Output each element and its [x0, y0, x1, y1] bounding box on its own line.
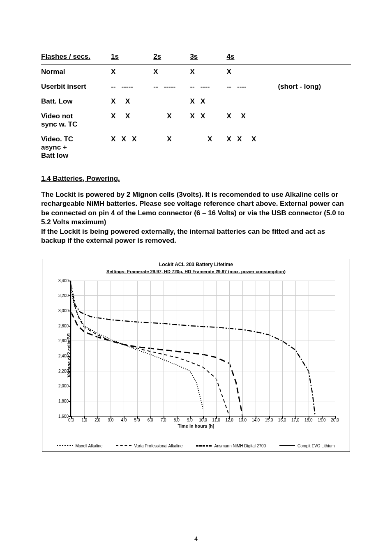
cell-4s: X X X: [227, 132, 276, 163]
cell-1s: X X: [111, 109, 153, 132]
legend-swatch-dash: [116, 445, 131, 446]
cell-1s: -- -----: [111, 79, 153, 94]
row-extra: [275, 109, 351, 132]
table-row: Video. TC async + Batt lowX X X X XX X X: [41, 132, 351, 163]
legend-label: Ansmann NiMH Digital 2700: [214, 444, 266, 448]
legend-item: Compit EVO Lithium: [279, 444, 335, 448]
row-extra: [275, 64, 351, 80]
chart-legend: Maxell Alkaline Varta Professional Alkal…: [42, 444, 350, 448]
legend-item: Varta Professional Alkaline: [116, 444, 182, 448]
cell-3s: -- ----: [190, 79, 226, 94]
cell-2s: X: [153, 109, 190, 132]
chart-subtitle: Settings: Framerate 29.97, HD 720p, HD F…: [42, 269, 350, 274]
chart-xlabel: Time in hours [h]: [42, 424, 350, 428]
legend-label: Compit EVO Lithium: [297, 444, 335, 448]
cell-4s: X: [227, 64, 276, 80]
body-paragraph: The Lockit is powered by 2 Mignon cells …: [41, 190, 351, 246]
legend-item: Maxell Alkaline: [57, 444, 102, 448]
legend-swatch-longdash: [196, 445, 212, 447]
col-header-2s: 2s: [153, 49, 190, 64]
col-header-4s: 4s: [227, 49, 276, 64]
row-extra: [275, 132, 351, 163]
col-header-1s: 1s: [111, 49, 153, 64]
chart-series-line: [71, 284, 315, 416]
chart-plot-area: 1,6001,8002,0002,2002,4002,6002,8003,000…: [70, 281, 335, 417]
table-row: Video not sync w. TCX X XX XX X: [41, 109, 351, 132]
cell-1s: X X: [111, 94, 153, 109]
chart-title: Lockit ACL 203 Battery Lifetime: [42, 259, 350, 267]
row-label: Userbit insert: [41, 79, 111, 94]
cell-1s: X X X: [111, 132, 153, 163]
cell-3s: X: [190, 132, 226, 163]
cell-1s: X: [111, 64, 153, 80]
legend-item: Ansmann NiMH Digital 2700: [196, 444, 266, 448]
cell-2s: -- -----: [153, 79, 190, 94]
cell-2s: [153, 94, 190, 109]
cell-4s: -- ----: [227, 79, 276, 94]
table-row: Userbit insert-- ------- ------- ------ …: [41, 79, 351, 94]
row-label: Batt. Low: [41, 94, 111, 109]
cell-4s: X X: [227, 109, 276, 132]
col-header-extra: [275, 49, 351, 64]
flash-pattern-table: Flashes / secs. 1s 2s 3s 4s NormalXXXXUs…: [41, 49, 351, 163]
row-extra: [275, 94, 351, 109]
row-label: Normal: [41, 64, 111, 80]
col-header-3s: 3s: [190, 49, 226, 64]
legend-label: Maxell Alkaline: [75, 444, 102, 448]
legend-swatch-dotted: [57, 445, 73, 446]
battery-lifetime-chart: Lockit ACL 203 Battery Lifetime Settings…: [42, 259, 350, 452]
page-number: 4: [0, 535, 392, 543]
cell-2s: X: [153, 64, 190, 80]
cell-3s: X X: [190, 94, 226, 109]
section-heading: 1.4 Batteries, Powering.: [41, 175, 351, 183]
page: Flashes / secs. 1s 2s 3s 4s NormalXXXXUs…: [0, 0, 392, 555]
row-label: Video. TC async + Batt low: [41, 132, 111, 163]
cell-3s: X X: [190, 109, 226, 132]
legend-swatch-dashdot: [279, 445, 295, 446]
cell-3s: X: [190, 64, 226, 80]
cell-4s: [227, 94, 276, 109]
cell-2s: X: [153, 132, 190, 163]
table-row: Batt. LowX XX X: [41, 94, 351, 109]
row-extra: (short - long): [275, 79, 351, 94]
col-header-label: Flashes / secs.: [41, 49, 111, 64]
table-row: NormalXXXX: [41, 64, 351, 80]
legend-label: Varta Professional Alkaline: [134, 444, 182, 448]
row-label: Video not sync w. TC: [41, 109, 111, 132]
table-header-row: Flashes / secs. 1s 2s 3s 4s: [41, 49, 351, 64]
